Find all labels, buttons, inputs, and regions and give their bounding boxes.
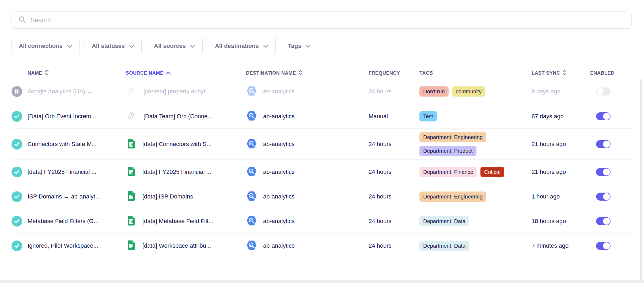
connection-name[interactable]: Connectors with State M... [28,141,126,148]
source-cell[interactable]: [data] FY2025 Financial ... [126,166,246,178]
table-row[interactable]: Metabase Field Filters (G...[data] Metab… [12,209,632,233]
filter-all-connections[interactable]: All connections [12,37,79,55]
source-cell[interactable]: [data] Connectors with S... [126,138,246,150]
source-cell[interactable]: [content] property airbyt... [126,85,246,98]
frequency-value: Manual [369,113,419,120]
column-label: ENABLED [590,70,615,76]
column-header-name[interactable]: NAME [28,69,126,77]
tag-badge: Department: Data [419,241,469,251]
table-row[interactable]: ISP Domains → ab-analyt...[data] ISP Dom… [12,184,632,209]
column-header-destination-name[interactable]: DESTINATION NAME [246,69,369,77]
destination-name: ab-analytics [263,113,294,120]
enabled-status-icon [12,191,28,202]
tags-cell: Test [419,111,532,121]
column-header-last-sync[interactable]: LAST SYNC [532,69,590,77]
column-label: LAST SYNC [532,70,560,76]
filter-label: Tags [288,43,301,49]
destination-name: ab-analytics [263,141,294,148]
enabled-toggle[interactable] [596,87,611,95]
google-sheets-icon [126,191,137,202]
column-label: NAME [28,70,42,76]
tag-badge: community [452,86,486,97]
source-cell[interactable]: [data] Metabase Field Filt... [126,215,246,227]
filter-label: All sources [154,43,186,49]
destination-name: ab-analytics [263,218,294,225]
frequency-value: 24 hours [369,141,419,148]
google-sheets-icon [126,166,137,178]
toggle-knob [597,88,604,95]
connection-name[interactable]: [Data] Orb Event Increm... [28,113,126,120]
column-label: FREQUENCY [369,70,400,76]
table-row[interactable]: Connectors with State M...[data] Connect… [12,128,632,159]
enabled-status-icon [12,216,28,227]
toggle-knob [603,113,610,120]
enabled-toggle[interactable] [596,140,611,148]
pause-status-icon [12,86,28,97]
next-row-edge [0,280,644,283]
table-row[interactable]: [Data] Orb Event Increm...[Data Team] Or… [12,104,632,128]
connection-name[interactable]: Ignored, Pilot Workspace... [28,242,126,249]
source-name: [data] ISP Domains [142,193,193,200]
enabled-toggle[interactable] [596,112,611,120]
enabled-toggle[interactable] [596,242,611,250]
connections-page: All connections All statuses All sources… [0,0,644,283]
frequency-value: 24 hours [369,169,419,175]
toggle-knob [603,193,610,200]
table-header: NAME SOURCE NAME DESTINATION NAME FREQUE… [12,67,632,79]
column-label: DESTINATION NAME [246,70,296,76]
destination-cell[interactable]: ab-analytics [246,166,369,178]
table-row[interactable]: Google Analytics (UA) → ...[content] pro… [12,79,632,104]
source-name: [data] Metabase Field Filt... [142,218,213,225]
vertical-scrollbar[interactable] [640,79,642,280]
source-cell[interactable]: [Data Team] Orb (Conne... [126,110,246,123]
destination-name: ab-analytics [263,193,294,200]
enabled-status-icon [12,240,28,251]
search-input[interactable] [31,16,625,24]
source-name: [data] Workspace attribu... [142,242,211,249]
filter-all-statuses[interactable]: All statuses [85,37,142,55]
sort-asc-icon [166,70,171,76]
destination-cell[interactable]: ab-analytics [246,85,369,98]
chevron-down-icon [129,43,134,49]
enabled-toggle[interactable] [596,168,611,176]
last-sync-value: 9 days ago [532,88,590,95]
column-header-source-name[interactable]: SOURCE NAME [126,70,246,76]
bigquery-icon [246,190,257,203]
connection-name[interactable]: Metabase Field Filters (G... [28,218,126,225]
connection-name[interactable]: Google Analytics (UA) → ... [28,88,126,95]
destination-cell[interactable]: ab-analytics [246,190,369,203]
connection-name[interactable]: [data] FY2025 Financial ... [28,169,126,175]
filter-bar: All connections All statuses All sources… [12,37,632,55]
connection-name[interactable]: ISP Domains → ab-analyt... [28,193,126,200]
source-name: [content] property airbyt... [143,88,210,95]
column-header-enabled: ENABLED [590,70,632,76]
table-row[interactable]: [data] FY2025 Financial ...[data] FY2025… [12,159,632,184]
search-bar [12,12,632,29]
table-row[interactable]: Ignored, Pilot Workspace...[data] Worksp… [12,233,632,258]
last-sync-value: 21 hours ago [532,169,590,175]
destination-cell[interactable]: ab-analytics [246,110,369,123]
bigquery-icon [246,240,257,252]
destination-cell[interactable]: ab-analytics [246,215,369,227]
filter-all-destinations[interactable]: All destinations [208,37,276,55]
enabled-toggle[interactable] [596,193,611,201]
source-cell[interactable]: [data] ISP Domains [126,191,246,202]
filter-tags[interactable]: Tags [281,37,318,55]
sort-both-icon [45,69,49,77]
filter-all-sources[interactable]: All sources [147,37,203,55]
tags-cell: Department: Engineering [419,192,532,202]
destination-cell[interactable]: ab-analytics [246,240,369,252]
tags-cell: Department: Data [419,216,532,226]
frequency-value: 24 hours [369,193,419,200]
toggle-knob [603,218,610,225]
last-sync-value: 1 hour ago [532,193,590,200]
tags-cell: Department: Data [419,241,532,251]
source-cell[interactable]: [data] Workspace attribu... [126,240,246,252]
bigquery-icon [246,215,257,227]
destination-cell[interactable]: ab-analytics [246,138,369,150]
source-name: [data] Connectors with S... [142,141,211,148]
tag-badge: Test [419,111,437,121]
sort-both-icon [563,69,567,77]
enabled-toggle[interactable] [596,217,611,225]
destination-name: ab-analytics [263,88,294,95]
